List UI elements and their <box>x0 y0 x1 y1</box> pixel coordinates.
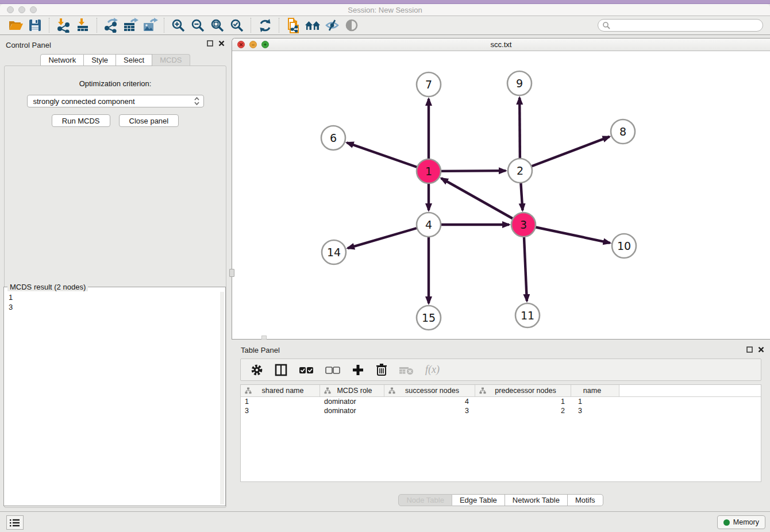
add-column-icon[interactable] <box>352 364 364 376</box>
tab-network-table[interactable]: Network Table <box>505 494 568 506</box>
hide-graphics-button[interactable] <box>322 17 342 33</box>
search-icon <box>602 21 610 29</box>
select-all-icon[interactable] <box>299 366 314 374</box>
app-titlebar: Session: New Session <box>0 4 770 16</box>
zoom-out-button[interactable] <box>188 17 207 33</box>
graph-edge-2-8[interactable] <box>520 137 610 171</box>
column-header-mcds-role[interactable]: MCDS role <box>320 385 384 396</box>
control-panel-tabs: Network Style Select MCDS <box>0 54 230 66</box>
export-image-button[interactable] <box>140 17 160 33</box>
control-panel-header: Control Panel <box>0 36 230 54</box>
cell-shared-name: 3 <box>241 407 320 415</box>
export-table-button[interactable] <box>121 17 140 33</box>
table-row[interactable]: 1 dominator 4 1 1 <box>241 397 761 406</box>
home-button[interactable] <box>303 17 322 33</box>
graph-node-label: 9 <box>516 77 523 90</box>
deselect-all-icon[interactable] <box>325 366 340 374</box>
column-type-icon <box>324 387 331 394</box>
criterion-dropdown[interactable]: strongly connected component <box>27 95 204 107</box>
window-title: Session: New Session <box>0 6 770 14</box>
close-panel-icon[interactable] <box>758 346 764 353</box>
run-mcds-button[interactable]: Run MCDS <box>52 114 110 127</box>
criterion-dropdown-value: strongly connected component <box>33 97 194 106</box>
save-session-button[interactable] <box>25 17 45 33</box>
node-table[interactable]: shared name MCDS role successor nodes pr… <box>240 384 761 482</box>
tab-node-table[interactable]: Node Table <box>398 494 452 506</box>
tab-select[interactable]: Select <box>116 54 152 66</box>
graph-node-label: 3 <box>520 218 527 231</box>
float-panel-icon[interactable] <box>207 40 213 47</box>
tab-edge-table[interactable]: Edge Table <box>452 494 505 506</box>
close-panel-button[interactable]: Close panel <box>119 114 179 127</box>
node-table-header-row: shared name MCDS role successor nodes pr… <box>241 385 761 397</box>
zoom-selected-button[interactable] <box>227 17 247 33</box>
column-type-icon <box>388 387 395 394</box>
cell-shared-name: 1 <box>241 398 320 406</box>
panel-splitter-grip[interactable] <box>229 269 234 277</box>
mcds-result-line: 3 <box>9 302 225 312</box>
tab-style[interactable]: Style <box>84 54 116 66</box>
graph-node-label: 7 <box>425 78 432 91</box>
network-canvas[interactable]: 1234678910111415 <box>232 51 770 339</box>
tab-motifs[interactable]: Motifs <box>568 494 603 506</box>
mcds-result-list[interactable]: 1 3 <box>5 291 225 505</box>
table-row[interactable]: 3 dominator 3 2 3 <box>241 406 761 415</box>
result-scrollbar[interactable] <box>220 292 224 504</box>
mcds-result-group: MCDS result (2 nodes) 1 3 <box>3 287 226 506</box>
show-columns-icon[interactable] <box>275 364 287 376</box>
graph-edge-3-1[interactable] <box>441 178 523 225</box>
close-panel-icon[interactable] <box>218 40 225 47</box>
cell-predecessor-nodes: 2 <box>475 407 571 415</box>
memory-label: Memory <box>733 518 759 526</box>
desktop-strip <box>0 0 770 4</box>
table-settings-gear-icon[interactable] <box>251 364 263 376</box>
import-table-button[interactable] <box>73 17 93 33</box>
cell-successor-nodes: 4 <box>384 398 475 406</box>
open-session-button[interactable] <box>6 17 25 33</box>
delete-table-icon-disabled <box>399 365 414 375</box>
network-resize-grip[interactable] <box>261 336 267 340</box>
delete-column-trash-icon[interactable] <box>376 363 387 376</box>
cell-name: 1 <box>571 398 619 406</box>
graph-node-label: 8 <box>619 125 626 138</box>
main-area: Control Panel Network Style Select MCDS … <box>0 36 770 511</box>
column-header-predecessor-nodes[interactable]: predecessor nodes <box>475 385 571 396</box>
cell-name: 3 <box>571 407 619 415</box>
column-type-icon <box>479 387 486 394</box>
graph-node-label: 1 <box>425 165 432 178</box>
dropdown-stepper-icon <box>194 97 200 106</box>
column-header-successor-nodes[interactable]: successor nodes <box>384 385 475 396</box>
zoom-fit-button[interactable] <box>207 17 227 33</box>
table-panel-header: Table Panel <box>232 342 770 357</box>
network-window-title: scc.txt <box>232 40 770 49</box>
import-table-icon <box>75 18 90 33</box>
column-type-icon <box>245 387 252 394</box>
search-input[interactable] <box>613 21 763 29</box>
clone-network-button[interactable] <box>283 17 303 33</box>
memory-button[interactable]: Memory <box>717 515 765 529</box>
graph-node-label: 4 <box>425 218 432 231</box>
optimization-criterion-label: Optimization criterion: <box>5 79 226 88</box>
toolbar-separator <box>164 18 164 33</box>
column-header-shared-name[interactable]: shared name <box>241 385 320 396</box>
eye-slash-icon <box>325 18 340 32</box>
zoom-out-icon <box>191 18 205 33</box>
import-network-button[interactable] <box>53 17 73 33</box>
main-toolbar <box>0 16 770 35</box>
column-header-name[interactable]: name <box>571 385 619 396</box>
apply-layout-button[interactable] <box>255 17 275 33</box>
toolbar-separator <box>49 18 49 33</box>
refresh-icon <box>258 18 272 33</box>
show-graphics-button[interactable] <box>342 17 361 33</box>
graph-edge-1-6[interactable] <box>347 142 429 171</box>
export-network-button[interactable] <box>101 17 121 33</box>
tab-mcds[interactable]: MCDS <box>152 54 190 66</box>
tab-network[interactable]: Network <box>40 54 84 66</box>
zoom-in-button[interactable] <box>168 17 188 33</box>
export-table-icon <box>123 18 138 33</box>
search-box[interactable] <box>598 19 763 32</box>
open-folder-icon <box>8 18 24 32</box>
float-panel-icon[interactable] <box>746 346 753 353</box>
task-history-button[interactable] <box>6 515 24 530</box>
graph-edge-3-10[interactable] <box>523 225 610 243</box>
